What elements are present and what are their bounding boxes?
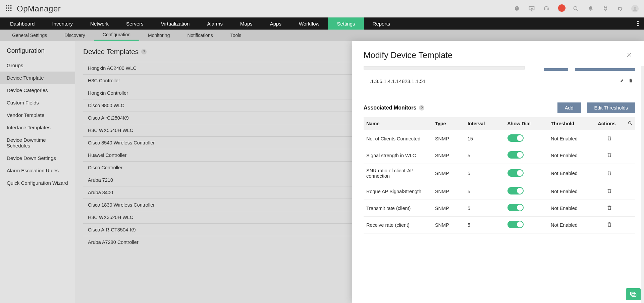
subnav-notifications[interactable]: Notifications bbox=[178, 30, 221, 41]
plug-icon[interactable] bbox=[602, 5, 609, 12]
svg-rect-7 bbox=[8, 10, 9, 11]
monitor-row: No. of Clients ConnectedSNMP15Not Enable… bbox=[364, 130, 635, 147]
help-icon[interactable]: ? bbox=[141, 49, 147, 54]
delete-icon[interactable] bbox=[607, 171, 612, 177]
close-icon[interactable] bbox=[626, 51, 633, 59]
nav-workflow[interactable]: Workflow bbox=[290, 17, 328, 30]
top-bar: OpManager bbox=[0, 0, 644, 17]
nav-servers[interactable]: Servers bbox=[117, 17, 152, 30]
svg-rect-0 bbox=[6, 5, 7, 6]
svg-rect-3 bbox=[6, 7, 7, 8]
showdial-toggle[interactable] bbox=[507, 151, 524, 159]
delete-icon[interactable] bbox=[628, 78, 633, 84]
edit-thresholds-button[interactable]: Edit Thresholds bbox=[587, 102, 635, 113]
sidebar-item-device-categories[interactable]: Device Categories bbox=[0, 84, 75, 96]
delete-icon[interactable] bbox=[607, 189, 612, 194]
nav-apps[interactable]: Apps bbox=[261, 17, 290, 30]
monitor-interval: 5 bbox=[465, 183, 505, 200]
delete-icon[interactable] bbox=[607, 153, 612, 159]
main-nav: DashboardInventoryNetworkServersVirtuali… bbox=[0, 17, 644, 30]
subnav-general-settings[interactable]: General Settings bbox=[3, 30, 56, 41]
chat-float-icon[interactable] bbox=[626, 288, 641, 300]
nav-virtualization[interactable]: Virtualization bbox=[152, 17, 199, 30]
monitor-type: SNMP bbox=[432, 130, 465, 147]
sidebar-item-device-down-settings[interactable]: Device Down Settings bbox=[0, 152, 75, 164]
monitor-threshold: Not Enabled bbox=[548, 164, 595, 183]
help-icon[interactable]: ? bbox=[419, 105, 424, 111]
gift-icon[interactable] bbox=[557, 5, 565, 12]
nav-alarms[interactable]: Alarms bbox=[198, 17, 231, 30]
input-placeholder-bar[interactable] bbox=[364, 66, 525, 70]
nav-network[interactable]: Network bbox=[82, 17, 117, 30]
monitor-row: SNR ratio of client-AP connectionSNMP5No… bbox=[364, 164, 635, 183]
modal-body: .1.3.6.1.4.1.14823.1.1.51 Associated Mon… bbox=[352, 66, 644, 303]
associated-header: Associated Monitors ? Add Edit Threshold… bbox=[364, 102, 635, 113]
ghost-button-2[interactable] bbox=[575, 68, 635, 71]
monitor-name: Rogue AP SignalStrength bbox=[364, 183, 432, 200]
search-icon[interactable] bbox=[572, 5, 580, 12]
showdial-toggle[interactable] bbox=[507, 169, 524, 177]
monitor-threshold: Not Enabled bbox=[548, 130, 595, 147]
edit-icon[interactable] bbox=[620, 78, 625, 84]
subnav-discovery[interactable]: Discovery bbox=[56, 30, 94, 41]
brand-title: OpManager bbox=[17, 4, 61, 13]
monitor-interval: 5 bbox=[465, 164, 505, 183]
svg-point-14 bbox=[629, 122, 631, 124]
sidebar-item-quick-configuration-wizard[interactable]: Quick Configuration Wizard bbox=[0, 177, 75, 189]
rocket-icon[interactable] bbox=[513, 5, 521, 12]
col-search[interactable] bbox=[624, 117, 635, 130]
showdial-toggle[interactable] bbox=[507, 221, 524, 228]
oid-value: .1.3.6.1.4.1.14823.1.1.51 bbox=[370, 78, 426, 84]
svg-point-11 bbox=[637, 21, 639, 22]
gear-icon[interactable] bbox=[616, 5, 624, 12]
sidebar-item-groups[interactable]: Groups bbox=[0, 59, 75, 72]
nav-inventory[interactable]: Inventory bbox=[43, 17, 82, 30]
kebab-icon[interactable] bbox=[632, 17, 644, 30]
monitor-row: Receive rate (client)SNMP5Not Enabled bbox=[364, 217, 635, 233]
subnav-monitoring[interactable]: Monitoring bbox=[139, 30, 178, 41]
monitor-type: SNMP bbox=[432, 217, 465, 233]
modal-title: Modify Device Template bbox=[364, 50, 452, 60]
headset-icon[interactable] bbox=[543, 5, 550, 12]
col-type: Type bbox=[432, 117, 465, 130]
svg-rect-1 bbox=[8, 5, 9, 6]
delete-icon[interactable] bbox=[607, 223, 612, 228]
modal: Modify Device Template .1.3.6.1.4.1.1482… bbox=[352, 41, 644, 303]
modal-header: Modify Device Template bbox=[352, 41, 644, 66]
ghost-button-row bbox=[364, 66, 635, 71]
svg-point-13 bbox=[637, 25, 639, 26]
sidebar-item-custom-fields[interactable]: Custom Fields bbox=[0, 96, 75, 109]
presentation-icon[interactable] bbox=[528, 5, 535, 12]
svg-point-12 bbox=[637, 23, 639, 24]
associated-title: Associated Monitors ? bbox=[364, 105, 424, 111]
sidebar-item-device-template[interactable]: Device Template bbox=[0, 72, 75, 84]
showdial-toggle[interactable] bbox=[507, 134, 524, 142]
monitor-interval: 15 bbox=[465, 130, 505, 147]
showdial-toggle[interactable] bbox=[507, 204, 524, 211]
delete-icon[interactable] bbox=[607, 136, 612, 142]
app-grid-icon[interactable] bbox=[5, 5, 12, 12]
sub-nav: General SettingsDiscoveryConfigurationMo… bbox=[0, 30, 644, 41]
nav-dashboard[interactable]: Dashboard bbox=[1, 17, 43, 30]
nav-settings[interactable]: Settings bbox=[328, 17, 364, 30]
add-button[interactable]: Add bbox=[557, 102, 581, 113]
showdial-toggle[interactable] bbox=[507, 187, 524, 194]
monitor-threshold: Not Enabled bbox=[548, 217, 595, 233]
sidebar-item-interface-templates[interactable]: Interface Templates bbox=[0, 121, 75, 134]
svg-rect-6 bbox=[6, 10, 7, 11]
monitor-name: No. of Clients Connected bbox=[364, 130, 432, 147]
delete-icon[interactable] bbox=[607, 206, 612, 211]
sidebar-item-device-downtime-schedules[interactable]: Device Downtime Schedules bbox=[0, 134, 75, 152]
bell-icon[interactable] bbox=[587, 5, 594, 12]
subnav-tools[interactable]: Tools bbox=[222, 30, 250, 41]
monitor-row: Rogue AP SignalStrengthSNMP5Not Enabled bbox=[364, 183, 635, 200]
nav-maps[interactable]: Maps bbox=[231, 17, 261, 30]
nav-reports[interactable]: Reports bbox=[364, 17, 399, 30]
monitor-name: SNR ratio of client-AP connection bbox=[364, 164, 432, 183]
monitor-name: Signal strength in WLC bbox=[364, 147, 432, 164]
avatar[interactable] bbox=[631, 5, 639, 12]
sidebar-item-vendor-template[interactable]: Vendor Template bbox=[0, 109, 75, 121]
subnav-configuration[interactable]: Configuration bbox=[94, 30, 139, 41]
ghost-button-1[interactable] bbox=[544, 68, 568, 71]
sidebar-item-alarm-escalation-rules[interactable]: Alarm Escalation Rules bbox=[0, 164, 75, 177]
